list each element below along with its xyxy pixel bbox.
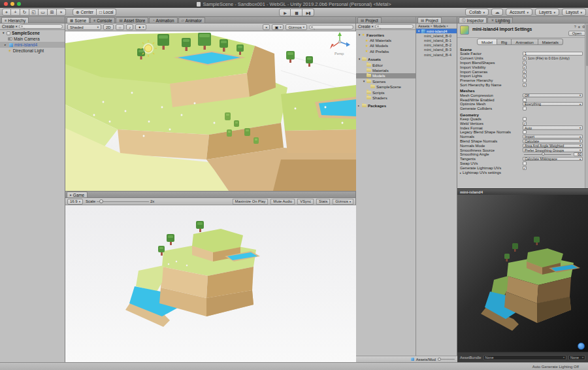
file-item-sub[interactable]: mini_island_B-3 — [416, 48, 457, 52]
2d-toggle-button[interactable]: 2D — [103, 24, 114, 30]
project-tree-materials[interactable]: Materials — [356, 67, 416, 73]
minimize-window-button[interactable] — [10, 2, 14, 6]
project-tree-all-models[interactable]: ★All Models — [356, 43, 416, 48]
tab-model[interactable]: Model — [477, 39, 497, 45]
read-write-checkbox[interactable] — [523, 98, 527, 102]
file-item-sub[interactable]: mini_island_B-0 — [416, 33, 457, 38]
tab-scene[interactable]: ▦Scene — [67, 17, 90, 23]
breadcrumb-current[interactable]: Models — [433, 24, 446, 28]
swap-uvs-checkbox[interactable] — [523, 161, 527, 165]
account-dropdown[interactable]: Account▾ — [506, 8, 532, 16]
preview-header[interactable]: mini-island4 — [457, 188, 588, 195]
zoom-window-button[interactable] — [17, 2, 21, 6]
mute-audio-toggle[interactable]: Mute Audio — [270, 199, 295, 205]
thumbnail-size-slider[interactable] — [438, 359, 455, 360]
hierarchy-item-scene-root[interactable]: ▼ SampleScene — [0, 30, 65, 36]
import-lights-checkbox[interactable]: ✓ — [523, 74, 527, 78]
scene-audio-toggle[interactable]: ♪ — [126, 24, 133, 30]
legacy-blendshape-normals-checkbox[interactable] — [523, 130, 527, 134]
step-button[interactable]: ▶▮ — [302, 8, 314, 16]
play-button[interactable]: ▶ — [279, 8, 291, 16]
foldout-closed-icon[interactable]: ▸ — [358, 104, 361, 107]
breadcrumb-root[interactable]: Assets — [418, 24, 429, 28]
smoothing-angle-slider[interactable] — [524, 154, 571, 155]
move-tool-button[interactable]: + — [11, 8, 20, 16]
pause-button[interactable]: ▮▮ — [291, 8, 302, 16]
smoothness-source-dropdown[interactable]: Prefer Smoothing Groups▾ — [523, 148, 583, 152]
tab-project-right[interactable]: ▤Project — [417, 17, 442, 23]
foldout-open-icon[interactable]: ▼ — [358, 58, 361, 61]
scene-viewport[interactable]: Persp — [65, 31, 356, 191]
sort-hierarchy-checkbox[interactable]: ✓ — [523, 83, 527, 87]
tab-game[interactable]: ▸Game — [67, 192, 88, 197]
tab-lighting[interactable]: ☀Lighting — [487, 17, 513, 23]
scale-tool-button[interactable]: ◱ — [29, 8, 39, 16]
smoothing-angle-value[interactable]: 60 — [574, 152, 583, 156]
layout-dropdown[interactable]: Layout▾ — [562, 8, 586, 16]
collab-dropdown[interactable]: Collab▾ — [465, 8, 489, 16]
generate-lightmap-uvs-checkbox[interactable]: ✓ — [523, 166, 527, 170]
assetbundle-variant-dropdown[interactable]: None▾ — [568, 355, 585, 360]
project-tree-packages[interactable]: ▸Packages — [356, 103, 416, 109]
scene-search-input[interactable] — [309, 25, 353, 29]
tab-animator[interactable]: ▱Animator — [178, 17, 205, 23]
tab-hierarchy[interactable]: ≡Hierarchy — [1, 17, 29, 23]
project-tree-editor[interactable]: Editor — [356, 62, 416, 67]
tab-inspector[interactable]: ⓘInspector — [459, 17, 487, 23]
scrollbar-thumb[interactable] — [586, 24, 588, 66]
project-tree-samplescene[interactable]: SampleScene — [356, 84, 416, 90]
cloud-button[interactable]: ☁ — [491, 8, 503, 16]
tab-console[interactable]: ≡Console — [90, 17, 115, 23]
model-preview[interactable] — [457, 195, 588, 352]
lightmap-uvs-foldout[interactable]: ▸Lightmap UVs settings — [457, 170, 584, 175]
tangents-dropdown[interactable]: Calculate Mikktspace▾ — [523, 157, 583, 161]
file-item-sub[interactable]: mini_island_B-4 — [416, 52, 457, 57]
project-search-input[interactable] — [375, 24, 414, 29]
hierarchy-item-directional-light[interactable]: ☀ Directional Light — [0, 48, 65, 54]
weld-vertices-checkbox[interactable]: ✓ — [523, 122, 527, 126]
project-tree-scripts[interactable]: Scripts — [356, 90, 416, 95]
normals-mode-dropdown[interactable]: Area And Angle Weighted▾ — [523, 144, 583, 148]
hierarchy-create-button[interactable]: Create▾ — [2, 24, 17, 29]
scene-lighting-toggle[interactable]: ☼ — [116, 24, 125, 30]
project-tree-shaders[interactable]: Shaders — [356, 95, 416, 100]
stats-toggle[interactable]: Stats — [316, 199, 330, 205]
custom-tool-button[interactable]: × — [57, 8, 66, 16]
pivot-local-button[interactable]: □Local — [97, 8, 116, 16]
close-window-button[interactable] — [4, 2, 8, 6]
project-tree-models[interactable]: Models — [356, 73, 416, 78]
game-gizmos-dropdown[interactable]: Gizmos▾ — [333, 199, 353, 205]
game-viewport[interactable] — [65, 205, 356, 363]
maximize-on-play-toggle[interactable]: Maximize On Play — [233, 199, 269, 205]
hierarchy-item-main-camera[interactable]: Main Camera — [0, 36, 65, 42]
file-item-mini-island4[interactable]: ▼ mini-island4 — [416, 29, 457, 33]
normals-dropdown[interactable]: Import▾ — [523, 135, 583, 139]
shading-mode-dropdown[interactable]: Shaded▾ — [67, 24, 101, 30]
rotate-tool-button[interactable]: ↻ — [20, 8, 29, 16]
tab-animation-import[interactable]: Animation — [512, 39, 538, 45]
lighting-status[interactable]: Auto Generate Lighting Off — [532, 365, 579, 369]
project-tree-all-materials[interactable]: ★All Materials — [356, 37, 416, 42]
game-scale-slider[interactable]: Scale 2x — [86, 199, 154, 203]
scale-track[interactable] — [97, 201, 149, 202]
tab-rig[interactable]: Rig — [497, 39, 512, 45]
foldout-open-icon[interactable]: ▼ — [417, 29, 420, 33]
tab-materials[interactable]: Materials — [538, 39, 563, 45]
foldout-open-icon[interactable]: ▼ — [2, 31, 5, 35]
assetbundle-dropdown[interactable]: None▾ — [483, 355, 566, 360]
file-item-sub[interactable]: mini_island_B-2 — [416, 43, 457, 48]
convert-units-checkbox[interactable]: ✓ — [523, 56, 527, 60]
import-cameras-checkbox[interactable]: ✓ — [523, 70, 527, 74]
mesh-compression-dropdown[interactable]: Off▾ — [523, 93, 583, 97]
tab-asset-store[interactable]: ▤Asset Store — [116, 17, 148, 23]
project-tree-favorites[interactable]: ▼★Favorites — [356, 32, 416, 37]
aspect-ratio-dropdown[interactable]: 16:9▾ — [67, 199, 83, 205]
project-tree-assets[interactable]: ▼Assets — [356, 57, 416, 62]
scale-factor-field[interactable]: 1 — [523, 52, 583, 56]
blendshape-normals-dropdown[interactable]: Calculate▾ — [523, 139, 583, 143]
vsync-toggle[interactable]: VSync — [297, 199, 314, 205]
project-tree-scenes[interactable]: ▼Scenes — [356, 78, 416, 84]
scene-effects-dropdown[interactable]: ✦▾ — [135, 24, 146, 30]
scene-camera-dropdown[interactable]: ▣▾ — [272, 24, 284, 30]
file-item-sub[interactable]: mini_island_B-1 — [416, 38, 457, 42]
